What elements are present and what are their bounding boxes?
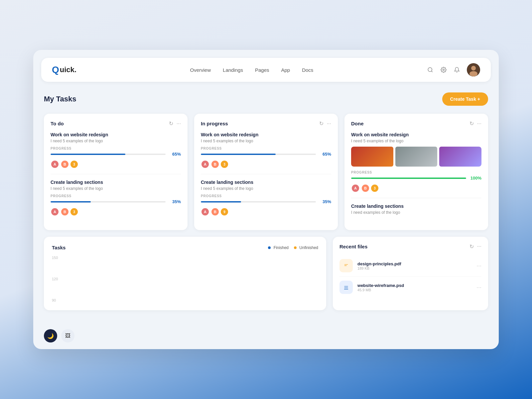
legend-dot-finished <box>268 246 271 249</box>
avatar-1: A <box>51 160 59 169</box>
task-desc-todo-2: I need 5 examples of the logo <box>51 186 181 191</box>
task-desc-done-1: I need 5 examples of the logo <box>351 139 481 143</box>
nav-landings[interactable]: Landings <box>223 67 243 73</box>
nav-docs[interactable]: Docs <box>302 67 313 73</box>
more-icon-todo[interactable]: ··· <box>177 121 181 127</box>
progress-label-todo-2: PROGRESS <box>51 194 181 198</box>
col-header-inprogress: In progress ↻ ··· <box>201 120 331 127</box>
image-button[interactable]: 🖼 <box>61 329 74 342</box>
nav-overview[interactable]: Overview <box>190 67 211 73</box>
task-inprogress-2: Create landing sections I need 5 example… <box>201 180 331 221</box>
avatar-ip-3: A <box>201 207 209 216</box>
avatar-ip-1: A <box>201 160 209 169</box>
chart-title: Tasks <box>52 245 66 250</box>
progress-bar-fill-ip-2 <box>201 201 241 202</box>
avatars-done-1: A B 3 <box>351 184 481 193</box>
navbar: Q uick. Overview Landings Pages App Docs <box>41 58 491 82</box>
logo-q: Q <box>52 65 59 75</box>
col-actions-todo[interactable]: ↻ ··· <box>169 120 181 127</box>
refresh-icon-todo[interactable]: ↻ <box>169 120 173 127</box>
logo[interactable]: Q uick. <box>52 65 76 75</box>
progress-bar-bg-todo-1 <box>51 154 166 155</box>
file-size-psd: 45.9 MB <box>357 288 472 292</box>
preview-img-2 <box>395 147 438 167</box>
files-actions[interactable]: ↻ ··· <box>469 243 481 250</box>
file-more-pdf[interactable]: ··· <box>476 262 481 269</box>
bottom-bar: 🌙 🖼 <box>44 329 74 342</box>
progress-label-todo-1: PROGRESS <box>51 147 181 150</box>
avatar-ip-2: B <box>211 160 219 169</box>
task-grid: To do ↻ ··· Work on website redesign I n… <box>44 114 488 230</box>
progress-bar-fill-ip-1 <box>201 154 276 155</box>
logo-text: uick. <box>60 66 76 74</box>
create-task-button[interactable]: Create Task + <box>442 92 488 106</box>
avatar-done-2: B <box>361 184 370 193</box>
bell-icon[interactable] <box>454 66 460 73</box>
progress-bar-bg-todo-2 <box>51 201 166 202</box>
avatars-todo-1: A B 3 <box>51 160 181 169</box>
refresh-icon-files[interactable]: ↻ <box>469 243 474 250</box>
recent-files-card: Recent files ↻ ··· design-principles.pdf… <box>333 237 488 310</box>
file-name-psd: website-wireframe.psd <box>357 283 472 288</box>
preview-img-1 <box>351 147 393 167</box>
task-desc-inprogress-1: I need 5 examples of the logo <box>201 139 331 143</box>
more-icon-done[interactable]: ··· <box>477 121 481 127</box>
progress-bar-fill-todo-2 <box>51 201 91 202</box>
file-icon-pdf <box>339 259 353 272</box>
file-item-psd: website-wireframe.psd 45.9 MB ··· <box>339 277 481 298</box>
image-previews <box>351 147 481 167</box>
svg-rect-7 <box>344 286 348 288</box>
progress-pct-todo-1: 65% <box>169 152 181 157</box>
task-name-done-2: Create landing sections <box>351 203 481 209</box>
avatar-2: B <box>61 160 69 169</box>
page-title: My Tasks <box>44 95 76 103</box>
refresh-icon-inprogress[interactable]: ↻ <box>319 120 324 127</box>
avatars-todo-2: A B 3 <box>51 207 181 216</box>
chart-y-axis: 150 120 90 <box>52 256 58 302</box>
legend-dot-unfinished <box>294 246 297 249</box>
user-avatar[interactable] <box>467 63 480 76</box>
progress-pct-ip-1: 65% <box>319 152 331 157</box>
progress-label-done-1: PROGRESS <box>351 171 481 174</box>
avatar-count-todo-2: 3 <box>70 208 78 215</box>
column-done: Done ↻ ··· Work on website redesign I ne… <box>344 114 488 230</box>
more-icon-files[interactable]: ··· <box>477 243 481 250</box>
nav-app[interactable]: App <box>281 67 290 73</box>
refresh-icon-done[interactable]: ↻ <box>469 120 474 127</box>
col-title-done: Done <box>351 121 364 126</box>
task-todo-2: Create landing sections I need 5 example… <box>51 180 181 221</box>
progress-bar-bg-done-1 <box>351 178 466 179</box>
gear-icon[interactable] <box>440 66 447 73</box>
avatar-4: B <box>61 207 69 216</box>
file-info-pdf: design-principles.pdf 189 KB <box>357 261 472 270</box>
col-actions-done[interactable]: ↻ ··· <box>469 120 481 127</box>
progress-bar-fill-todo-1 <box>51 154 125 155</box>
avatar-3: A <box>51 207 59 216</box>
page-header: My Tasks Create Task + <box>44 92 488 106</box>
nav-pages[interactable]: Pages <box>255 67 269 73</box>
avatar-ip-4: B <box>211 207 219 216</box>
col-actions-inprogress[interactable]: ↻ ··· <box>319 120 331 127</box>
moon-button[interactable]: 🌙 <box>44 329 57 342</box>
progress-pct-done-1: 100% <box>469 176 481 181</box>
file-more-psd[interactable]: ··· <box>476 284 481 291</box>
column-inprogress: In progress ↻ ··· Work on website redesi… <box>194 114 338 230</box>
progress-bar-bg-ip-2 <box>201 201 316 202</box>
files-header: Recent files ↻ ··· <box>339 243 481 250</box>
task-desc-inprogress-2: I need 5 examples of the logo <box>201 186 331 191</box>
task-name-done-1: Work on website redesign <box>351 132 481 137</box>
task-inprogress-1: Work on website redesign I need 5 exampl… <box>201 132 331 174</box>
progress-row-todo-2: 35% <box>51 199 181 204</box>
more-icon-inprogress[interactable]: ··· <box>327 121 331 127</box>
chart-area: 150 120 90 <box>52 256 318 302</box>
file-size-pdf: 189 KB <box>357 266 472 270</box>
col-header-todo: To do ↻ ··· <box>51 120 181 127</box>
search-icon[interactable] <box>427 66 434 73</box>
progress-row-inprogress-1: 65% <box>201 152 331 157</box>
task-desc-todo-1: I need 5 examples of the logo <box>51 139 181 143</box>
avatar-count-done-1: 3 <box>371 185 378 192</box>
task-name-inprogress-2: Create landing sections <box>201 180 331 185</box>
avatar-count-ip-2: 9 <box>221 208 228 215</box>
file-icon-psd <box>339 281 353 294</box>
avatar-count-todo-1: 3 <box>70 161 78 168</box>
